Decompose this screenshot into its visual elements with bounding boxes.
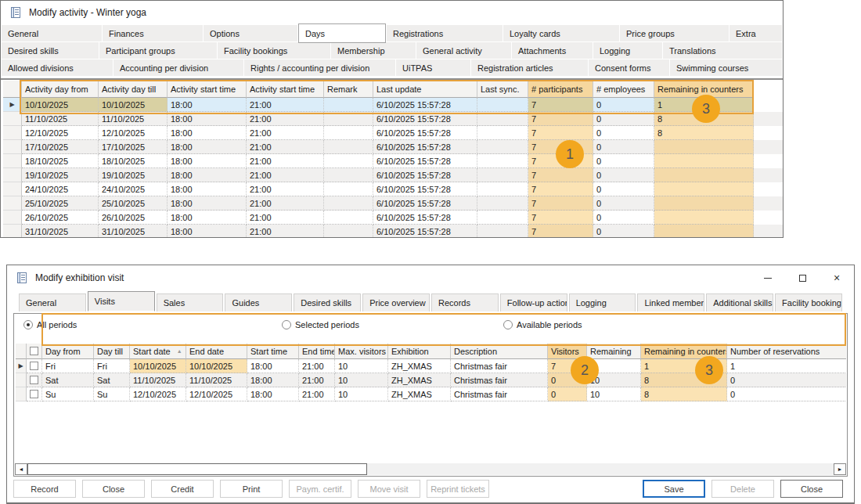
tab-registrations[interactable]: Registrations [387, 25, 503, 41]
grid-cell[interactable]: 21:00 [247, 140, 324, 154]
grid-cell[interactable] [477, 182, 528, 196]
tab-sales[interactable]: Sales [157, 293, 224, 311]
column-header-start-time[interactable]: Start time [247, 344, 299, 359]
grid-cell[interactable] [477, 112, 528, 126]
row-header-cell[interactable] [3, 211, 22, 225]
grid-cell[interactable]: Sat [94, 373, 130, 387]
column-header-employees[interactable]: # employees [593, 81, 654, 98]
tab-additional-skills[interactable]: Additional skills [706, 293, 773, 311]
tab-translations[interactable]: Translations [663, 42, 782, 59]
tab-swimming-courses[interactable]: Swimming courses [670, 59, 782, 76]
grid-cell[interactable]: 18:00 [168, 182, 247, 196]
grid-cell[interactable]: 21:00 [247, 182, 324, 196]
grid-cell[interactable]: 10 [335, 359, 388, 373]
tab-guides[interactable]: Guides [225, 293, 292, 311]
grid-cell[interactable]: 0 [593, 126, 654, 140]
grid-cell[interactable] [654, 140, 754, 154]
grid-cell[interactable]: 21:00 [247, 196, 324, 211]
tab-price-groups[interactable]: Price groups [620, 25, 729, 41]
grid-cell[interactable] [654, 154, 754, 168]
grid-cell[interactable]: 18:00 [247, 387, 299, 401]
grid-cell[interactable]: 12/10/2025 [22, 126, 99, 140]
tab-facility-bookings[interactable]: Facility bookings [218, 42, 330, 59]
tab-facility-bookings[interactable]: Facility bookings [775, 293, 842, 311]
tab-price-overview[interactable]: Price overview [362, 293, 430, 311]
row-header-cell[interactable] [16, 387, 27, 401]
grid-cell[interactable]: 21:00 [247, 112, 324, 126]
grid-cell[interactable]: ZH_XMAS [388, 373, 451, 387]
tab-follow-up-actions[interactable]: Follow-up actions [500, 293, 567, 311]
maximize-icon[interactable] [785, 265, 820, 290]
tab-visits[interactable]: Visits [88, 291, 155, 311]
scroll-right-icon[interactable]: ► [834, 463, 846, 475]
grid-row[interactable]: ▶10/10/202510/10/202518:0021:006/10/2025… [3, 98, 783, 112]
row-header-cell[interactable] [3, 140, 22, 154]
grid-cell[interactable]: 7 [528, 196, 593, 211]
tab-days[interactable]: Days [298, 23, 386, 43]
grid-cell[interactable]: 21:00 [247, 98, 324, 112]
grid-cell[interactable]: 26/10/2025 [22, 211, 99, 225]
column-header-participants[interactable]: # participants [528, 81, 593, 98]
grid-cell[interactable] [324, 112, 373, 126]
grid-row[interactable]: 26/10/202526/10/202518:0021:006/10/2025 … [3, 211, 783, 225]
grid-cell[interactable] [477, 225, 528, 237]
grid-cell[interactable]: 21:00 [247, 211, 324, 225]
grid-cell[interactable]: 21:00 [299, 387, 335, 401]
grid-cell[interactable]: Christmas fair [451, 387, 548, 401]
tab-attachments[interactable]: Attachments [512, 42, 593, 59]
tab-records[interactable]: Records [431, 293, 499, 311]
grid-row[interactable]: 31/10/202531/10/202518:0021:006/10/2025 … [3, 225, 783, 237]
grid-row[interactable]: 17/10/202517/10/202518:0021:006/10/2025 … [3, 140, 783, 154]
grid-cell[interactable]: 0 [593, 211, 654, 225]
grid-cell[interactable]: 6/10/2025 15:57:28 [373, 140, 477, 154]
grid-cell[interactable] [654, 196, 754, 211]
grid-cell[interactable] [477, 154, 528, 168]
grid-cell[interactable]: 0 [593, 196, 654, 211]
grid-cell[interactable]: 24/10/2025 [99, 182, 168, 196]
grid-cell[interactable]: 18:00 [168, 168, 247, 182]
row-checkbox[interactable] [30, 390, 38, 398]
grid-cell[interactable]: 18:00 [168, 211, 247, 225]
column-header-last-sync[interactable]: Last sync. [477, 81, 528, 98]
grid-cell[interactable] [324, 168, 373, 182]
grid-cell[interactable]: 6/10/2025 15:57:28 [373, 225, 477, 237]
grid-cell[interactable] [654, 182, 754, 196]
grid-cell[interactable]: 11/10/2025 [186, 373, 247, 387]
grid-cell[interactable]: 11/10/2025 [99, 112, 168, 126]
grid-cell[interactable]: Fri [42, 359, 94, 373]
grid-cell[interactable]: 10 [335, 387, 388, 401]
radio-available-periods[interactable]: Available periods [503, 320, 582, 329]
grid-cell[interactable]: 7 [528, 211, 593, 225]
grid-cell[interactable]: 0 [593, 98, 654, 112]
grid-cell[interactable]: 0 [593, 182, 654, 196]
grid-cell[interactable]: 7 [528, 168, 593, 182]
grid-cell[interactable]: 17/10/2025 [99, 140, 168, 154]
tab-options[interactable]: Options [204, 25, 297, 41]
grid-cell[interactable]: 6/10/2025 15:57:28 [373, 98, 477, 112]
tab-finances[interactable]: Finances [103, 25, 203, 41]
column-header-activity-start-time[interactable]: Activity start time [247, 81, 324, 98]
grid-cell[interactable]: 0 [593, 168, 654, 182]
grid-cell[interactable]: 6/10/2025 15:57:28 [373, 211, 477, 225]
grid-cell[interactable] [324, 154, 373, 168]
close-button[interactable]: Close [82, 480, 145, 498]
tab-registration-articles[interactable]: Registration articles [471, 59, 588, 76]
grid-cell[interactable]: 24/10/2025 [22, 182, 99, 196]
grid-cell[interactable]: 21:00 [247, 225, 324, 237]
grid-cell[interactable]: 12/10/2025 [130, 387, 186, 401]
grid-cell[interactable]: 18:00 [168, 225, 247, 237]
grid-cell[interactable]: 10/10/2025 [22, 98, 99, 112]
grid-cell[interactable]: 17/10/2025 [22, 140, 99, 154]
column-header-last-update[interactable]: Last update [373, 81, 477, 98]
grid-cell[interactable] [654, 168, 754, 182]
grid-cell[interactable]: ZH_XMAS [388, 359, 451, 373]
grid-cell[interactable]: 1 [727, 359, 846, 373]
column-header-x[interactable] [27, 344, 42, 359]
print-button[interactable]: Print [220, 480, 283, 498]
column-header-start-date[interactable]: Start date▲ [130, 344, 186, 359]
grid-cell[interactable] [477, 126, 528, 140]
grid-cell[interactable]: 10 [335, 373, 388, 387]
grid-cell[interactable] [477, 196, 528, 211]
row-header-cell[interactable] [3, 126, 22, 140]
grid-cell[interactable] [477, 211, 528, 225]
